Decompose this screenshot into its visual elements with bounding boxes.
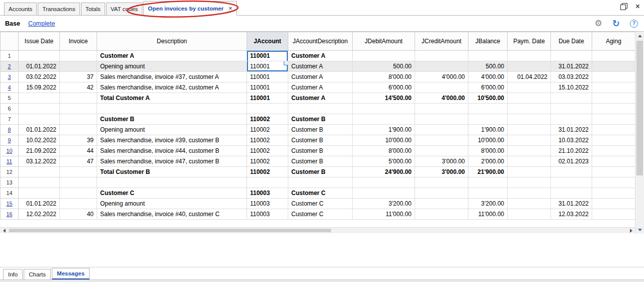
cell-description[interactable]: Customer C (97, 188, 247, 199)
cell-aging[interactable] (592, 72, 635, 82)
cell-due_date[interactable] (551, 114, 592, 125)
cell-invoice[interactable] (60, 114, 97, 125)
cell-jaccount[interactable]: 110001 (247, 82, 288, 93)
cell-jaccount_desc[interactable]: Customer B (288, 135, 353, 146)
cell-debit[interactable]: 8'000.00 (353, 146, 415, 156)
cell-description[interactable]: Sales merchandise, invoice #37, customer… (97, 72, 247, 82)
cell-jaccount[interactable]: 110002 (247, 125, 288, 135)
cell-aging[interactable] (592, 93, 635, 104)
bottom-tab-info[interactable]: Info (3, 269, 23, 279)
cell-aging[interactable] (592, 177, 635, 188)
cell-issue_date[interactable] (19, 114, 60, 125)
cell-invoice[interactable]: 37 (60, 72, 97, 82)
cell-issue_date[interactable]: 01.01.2022 (19, 125, 60, 135)
cell-issue_date[interactable] (19, 177, 60, 188)
row-number[interactable]: 5 (1, 93, 19, 104)
cell-invoice[interactable] (60, 51, 97, 61)
cell-description[interactable]: Sales merchandise, invoice #40, customer… (97, 209, 247, 220)
tab-close-icon[interactable]: × (228, 5, 232, 12)
col-header-issue-date[interactable]: Issue Date (19, 32, 60, 51)
vertical-scrollbar-thumb[interactable] (636, 41, 643, 175)
cell-due_date[interactable]: 21.10.2022 (551, 146, 592, 156)
cell-issue_date[interactable]: 10.02.2022 (19, 135, 60, 146)
cell-invoice[interactable] (60, 177, 97, 188)
cell-jaccount[interactable]: 110001 (247, 72, 288, 82)
cell-jaccount_desc[interactable]: Customer C (288, 199, 353, 209)
cell-invoice[interactable] (60, 188, 97, 199)
tab-accounts[interactable]: Accounts (4, 3, 37, 15)
cell-due_date[interactable]: 12.03.2022 (551, 209, 592, 220)
refresh-icon[interactable]: ↻ (612, 19, 620, 28)
cell-issue_date[interactable]: 01.01.2022 (19, 61, 60, 72)
cell-paym_date[interactable] (508, 209, 551, 220)
cell-issue_date[interactable]: 12.02.2022 (19, 209, 60, 220)
cell-balance[interactable]: 3'200.00 (468, 199, 508, 209)
cell-aging[interactable] (592, 199, 635, 209)
cell-due_date[interactable] (551, 167, 592, 177)
cell-invoice[interactable]: 39 (60, 135, 97, 146)
view-complete-link[interactable]: Complete (28, 20, 55, 27)
row-number[interactable]: 1 (1, 51, 19, 61)
col-header-jaccount[interactable]: JAccount (247, 32, 288, 51)
settings-gear-icon[interactable]: ⚙ (595, 19, 602, 28)
cell-selection-handle-icon[interactable] (284, 61, 288, 66)
cell-credit[interactable] (415, 114, 468, 125)
cell-description[interactable]: Total Customer A (97, 93, 247, 104)
row-number[interactable]: 8 (1, 125, 19, 135)
cell-credit[interactable]: 4'000.00 (415, 93, 468, 104)
cell-aging[interactable] (592, 167, 635, 177)
cell-due_date[interactable] (551, 188, 592, 199)
cell-credit[interactable] (415, 209, 468, 220)
cell-description[interactable] (97, 104, 247, 114)
tab-open-invoices-by-customer[interactable]: Open invoices by customer× (143, 1, 237, 16)
cell-debit[interactable]: 6'000.00 (353, 82, 415, 93)
cell-aging[interactable] (592, 125, 635, 135)
cell-debit[interactable]: 8'000.00 (353, 72, 415, 82)
cell-balance[interactable]: 8'000.00 (468, 146, 508, 156)
cell-description[interactable]: Sales merchandise, invoice #47, customer… (97, 156, 247, 167)
scroll-down-button[interactable] (635, 226, 644, 234)
cell-due_date[interactable] (551, 51, 592, 61)
cell-jaccount[interactable]: 110002 (247, 135, 288, 146)
col-header-jbalance[interactable]: JBalance (468, 32, 508, 51)
cell-jaccount_desc[interactable] (288, 177, 353, 188)
cell-issue_date[interactable] (19, 188, 60, 199)
cell-aging[interactable] (592, 135, 635, 146)
cell-invoice[interactable] (60, 93, 97, 104)
cell-jaccount[interactable]: 110002 (247, 114, 288, 125)
scroll-up-button[interactable] (635, 32, 644, 40)
cell-jaccount[interactable]: 110002 (247, 156, 288, 167)
cell-paym_date[interactable] (508, 82, 551, 93)
cell-debit[interactable] (353, 177, 415, 188)
cell-credit[interactable] (415, 146, 468, 156)
tab-vat-codes[interactable]: VAT codes (106, 3, 142, 15)
cell-description[interactable]: Sales merchandise, invoice #44, customer… (97, 146, 247, 156)
cell-description[interactable]: Opening amount (97, 61, 247, 72)
cell-due_date[interactable]: 15.10.2022 (551, 82, 592, 93)
cell-aging[interactable] (592, 114, 635, 125)
cell-issue_date[interactable]: 21.09.2022 (19, 146, 60, 156)
cell-debit[interactable]: 500.00 (353, 61, 415, 72)
cell-balance[interactable]: 4'000.00 (468, 72, 508, 82)
col-header-invoice[interactable]: Invoice (60, 32, 97, 51)
cell-description[interactable]: Opening amount (97, 199, 247, 209)
cell-jaccount[interactable]: 110003 (247, 199, 288, 209)
row-number[interactable]: 7 (1, 114, 19, 125)
cell-issue_date[interactable] (19, 104, 60, 114)
scroll-left-button[interactable] (0, 228, 8, 234)
cell-jaccount_desc[interactable]: Customer C (288, 188, 353, 199)
cell-jaccount[interactable]: 110001 (247, 61, 288, 72)
cell-debit[interactable] (353, 104, 415, 114)
cell-debit[interactable]: 3'200.00 (353, 199, 415, 209)
cell-issue_date[interactable]: 03.02.2022 (19, 72, 60, 82)
cell-credit[interactable] (415, 104, 468, 114)
view-base-label[interactable]: Base (5, 20, 20, 27)
cell-debit[interactable]: 1'900.00 (353, 125, 415, 135)
cell-due_date[interactable]: 10.03.2022 (551, 135, 592, 146)
cell-aging[interactable] (592, 209, 635, 220)
cell-paym_date[interactable] (508, 135, 551, 146)
cell-credit[interactable] (415, 199, 468, 209)
scroll-right-button[interactable] (627, 228, 635, 234)
cell-aging[interactable] (592, 156, 635, 167)
cell-invoice[interactable] (60, 125, 97, 135)
